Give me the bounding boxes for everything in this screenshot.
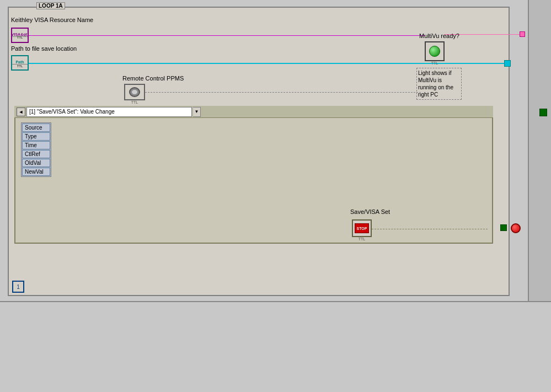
save-visa-subtext: TTL: [352, 237, 372, 241]
main-canvas: LOOP 1A Keithley VISA Resource Name VISA…: [0, 0, 551, 392]
event-loop-left-arrow[interactable]: ◄: [17, 108, 25, 116]
event-loop-dropdown-arrow[interactable]: ▼: [193, 107, 201, 117]
cluster-source: Source: [22, 123, 50, 132]
loop-label: LOOP 1A: [36, 2, 65, 9]
visa-resource-box: VISA&gt; TTL: [11, 28, 29, 43]
path-label: Path to file save location: [11, 45, 77, 52]
save-visa-label: Save/VISA Set: [350, 208, 390, 215]
cluster-oldval: OldVal: [22, 159, 50, 167]
event-loop-dropdown[interactable]: [1] "Save/VISA Set": Value Change: [26, 107, 192, 117]
remote-wire: [145, 92, 421, 93]
save-visa-wire: [372, 229, 488, 229]
led-green: [429, 46, 440, 57]
light-shows-annotation: Light shows if MultiVu is running on the…: [416, 68, 462, 100]
cluster-newval: NewVal: [22, 168, 50, 176]
cluster-ctlref: CtlRef: [22, 150, 50, 158]
green-right-terminal: [539, 109, 547, 116]
cluster-time: Time: [22, 141, 50, 149]
event-cluster: Source Type Time CtlRef OldVal NewVal: [21, 122, 51, 177]
visa-subtext: TTL: [12, 36, 28, 39]
purple-wire: [29, 35, 425, 36]
multivu-led-subtext: TTL: [425, 61, 445, 65]
inner-event-loop: [14, 106, 493, 244]
remote-control-box: [124, 84, 145, 100]
stop-button[interactable]: STOP: [355, 223, 369, 233]
remote-subtext: TTL: [124, 100, 145, 104]
remote-icon-inner: [132, 90, 137, 94]
red-circle-terminal: [511, 223, 521, 233]
path-text: Path: [15, 60, 24, 64]
multivu-label: MultiVu ready?: [419, 33, 459, 39]
green-square-terminal: [500, 224, 507, 231]
pink-terminal: [520, 31, 525, 37]
bottom-strip: [0, 301, 551, 392]
event-loop-bar: ◄ [1] "Save/VISA Set": Value Change ▼: [14, 106, 493, 118]
save-visa-box: STOP: [352, 219, 372, 237]
path-subtext: TTL: [12, 64, 28, 66]
index-display: 1: [12, 281, 24, 293]
keithley-visa-label: Keithley VISA Resource Name: [11, 17, 93, 23]
multivu-led: [425, 41, 445, 61]
path-box: Path TTL: [11, 55, 29, 71]
remote-icon: [129, 87, 140, 97]
cyan-terminal-right: [504, 60, 511, 67]
remote-control-label: Remote Control PPMS: [122, 75, 184, 82]
cluster-type: Type: [22, 132, 50, 141]
